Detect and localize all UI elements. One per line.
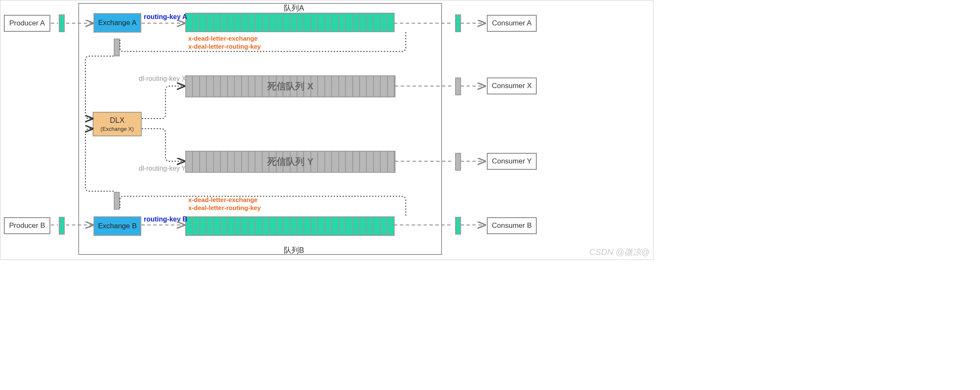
routing-key-a-label: routing-key A [144, 13, 187, 21]
dead-msg-chip-a [114, 39, 120, 56]
dead-letter-args-b: x-dead-letter-exchangex-deal-letter-rout… [188, 196, 261, 212]
dead-letter-queue-x: 死信队列 X [185, 75, 395, 97]
consumer-x: Consumer X [487, 77, 537, 94]
consumer-chip-x [455, 77, 461, 95]
dlq-x-label: 死信队列 X [186, 76, 395, 97]
dlq-y-label: 死信队列 Y [186, 152, 395, 172]
dead-letter-queue-y: 死信队列 Y [185, 151, 395, 173]
queue-a-label: 队列A [284, 3, 304, 13]
dlx-exchange: DLX (Exchange X) [93, 112, 142, 136]
dlx-title: DLX [110, 116, 124, 125]
dlx-subtitle: (Exchange X) [101, 126, 134, 132]
consumer-chip-b [455, 217, 461, 235]
producer-a: Producer A [4, 15, 50, 32]
watermark: CSDN @微凉@ [589, 246, 650, 258]
queue-b-label: 队列B [284, 245, 304, 255]
consumer-b: Consumer B [487, 217, 537, 234]
dl-routing-key-y-label: dl-routing-key Y [139, 165, 186, 172]
diagram-canvas: Producer A Producer B Exchange A Exchang… [0, 0, 653, 260]
queue-b [185, 216, 395, 236]
message-chip-b [59, 217, 65, 235]
consumer-y: Consumer Y [487, 153, 537, 170]
consumer-chip-y [455, 153, 461, 171]
consumer-a: Consumer A [487, 15, 537, 32]
consumer-chip-a [455, 14, 461, 32]
message-chip-a [59, 14, 65, 32]
exchange-a: Exchange A [93, 13, 141, 33]
routing-key-b-label: routing-key B [144, 216, 187, 223]
queue-a [185, 13, 395, 32]
dead-msg-chip-b [114, 192, 120, 210]
dead-letter-args-a: x-dead-letter-exchangex-deal-letter-rout… [188, 35, 261, 51]
producer-b: Producer B [4, 217, 50, 234]
dl-routing-key-x-label: dl-routing-key X [139, 75, 186, 83]
exchange-b: Exchange B [93, 216, 141, 236]
